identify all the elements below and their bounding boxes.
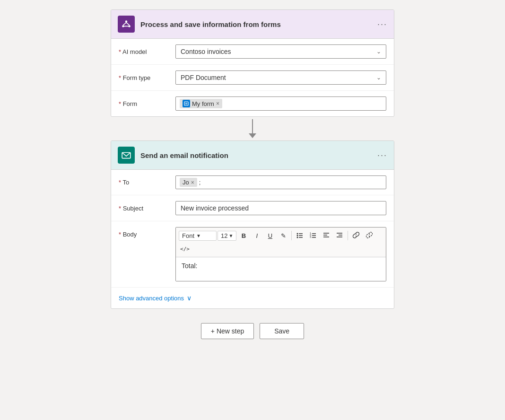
align-left-button[interactable] <box>320 229 332 242</box>
svg-line-4 <box>126 23 130 26</box>
form-control[interactable]: My form × <box>175 96 386 111</box>
process-forms-card: Process and save information from forms … <box>111 9 394 117</box>
advanced-options-chevron-icon: ∨ <box>187 294 192 302</box>
card1-body: * AI model Contoso invoices ⌄ * Form typ… <box>111 39 394 116</box>
align-right-icon <box>336 232 343 240</box>
italic-button[interactable]: I <box>251 229 263 242</box>
card2-title: Send an email notification <box>140 151 372 159</box>
connector <box>249 117 256 140</box>
toolbar-divider-1 <box>291 231 292 240</box>
ordered-list-icon: 1.2.3. <box>310 232 316 240</box>
unordered-list-icon <box>296 232 303 240</box>
unordered-list-button[interactable] <box>294 229 306 242</box>
form-type-control[interactable]: PDF Document ⌄ <box>175 70 386 85</box>
underline-button[interactable]: U <box>264 229 276 242</box>
font-size-select[interactable]: 12 ▼ <box>218 231 236 241</box>
card1-icon <box>118 16 135 33</box>
card2-more-button[interactable]: ··· <box>377 151 387 159</box>
to-tag: Jo × <box>180 178 197 187</box>
send-email-card: Send an email notification ··· * To Jo ×… <box>111 140 394 309</box>
to-row: * To Jo × ; <box>111 170 394 195</box>
connector-arrow-icon <box>249 133 256 138</box>
font-select[interactable]: Font ▼ <box>179 231 217 241</box>
toolbar-divider-2 <box>348 231 348 240</box>
body-content-area[interactable]: Total: <box>176 257 386 281</box>
form-type-label: * Form type <box>119 74 175 81</box>
subject-label: * Subject <box>119 205 175 212</box>
form-type-chevron-icon: ⌄ <box>376 74 381 81</box>
font-size-value: 12 <box>221 232 227 239</box>
to-tag-close-button[interactable]: × <box>191 179 194 186</box>
new-step-button[interactable]: + New step <box>201 323 254 339</box>
svg-point-14 <box>297 236 298 238</box>
form-type-row: * Form type PDF Document ⌄ <box>111 65 394 91</box>
svg-point-0 <box>125 20 127 22</box>
subject-input[interactable] <box>175 201 386 215</box>
svg-point-12 <box>297 235 298 236</box>
font-chevron-icon: ▼ <box>196 233 201 238</box>
advanced-options-toggle[interactable]: Show advanced options ∨ <box>111 288 394 308</box>
highlight-button[interactable]: ✎ <box>277 229 289 242</box>
subject-row: * Subject <box>111 195 394 221</box>
svg-line-3 <box>123 23 126 26</box>
to-semicolon: ; <box>199 179 201 186</box>
svg-rect-6 <box>184 102 188 105</box>
body-editor: Font ▼ 12 ▼ B <box>175 227 386 281</box>
form-tag-icon <box>183 100 190 107</box>
unlink-button[interactable] <box>363 229 375 242</box>
ai-model-label: * AI model <box>119 48 175 55</box>
align-right-button[interactable] <box>333 229 346 242</box>
card1-header: Process and save information from forms … <box>111 10 394 39</box>
to-label: * To <box>119 179 175 186</box>
brush-icon: ✎ <box>281 232 286 239</box>
ai-model-chevron-icon: ⌄ <box>376 48 381 55</box>
card1-title: Process and save information from forms <box>140 20 372 28</box>
code-button[interactable]: </> <box>179 243 191 255</box>
card1-more-button[interactable]: ··· <box>377 20 387 28</box>
align-left-icon <box>323 232 330 240</box>
card2-body: * To Jo × ; * Subject <box>111 170 394 308</box>
advanced-options-label: Show advanced options <box>119 295 184 302</box>
subject-control[interactable] <box>175 201 386 215</box>
form-type-select[interactable]: PDF Document ⌄ <box>175 70 386 85</box>
card2-icon <box>118 147 135 164</box>
ai-model-control[interactable]: Contoso invoices ⌄ <box>175 44 386 59</box>
unlink-icon <box>366 232 373 240</box>
link-button[interactable] <box>350 229 362 242</box>
font-label: Font <box>182 232 194 239</box>
save-button[interactable]: Save <box>260 323 304 339</box>
body-row: * Body Font ▼ 12 ▼ <box>111 221 394 288</box>
ai-model-select[interactable]: Contoso invoices ⌄ <box>175 44 386 59</box>
form-tag-close-button[interactable]: × <box>216 100 219 107</box>
editor-toolbar: Font ▼ 12 ▼ B <box>176 228 386 257</box>
card2-header: Send an email notification ··· <box>111 141 394 170</box>
to-tag-input[interactable]: Jo × ; <box>175 175 386 189</box>
form-label: * Form <box>119 100 175 107</box>
form-row: * Form My form <box>111 91 394 116</box>
body-control[interactable]: Font ▼ 12 ▼ B <box>175 227 386 281</box>
body-label: * Body <box>119 227 175 238</box>
bold-button[interactable]: B <box>237 229 250 242</box>
ordered-list-button[interactable]: 1.2.3. <box>307 229 319 242</box>
body-text: Total: <box>182 262 197 270</box>
ai-model-row: * AI model Contoso invoices ⌄ <box>111 39 394 65</box>
action-buttons: + New step Save <box>201 323 304 339</box>
font-size-chevron-icon: ▼ <box>228 233 233 238</box>
link-icon <box>353 232 359 240</box>
svg-text:3.: 3. <box>310 236 312 238</box>
connector-line <box>252 119 253 133</box>
form-tag-input[interactable]: My form × <box>175 96 386 111</box>
form-tag: My form × <box>180 99 222 108</box>
svg-point-10 <box>297 233 298 234</box>
to-control[interactable]: Jo × ; <box>175 175 386 189</box>
